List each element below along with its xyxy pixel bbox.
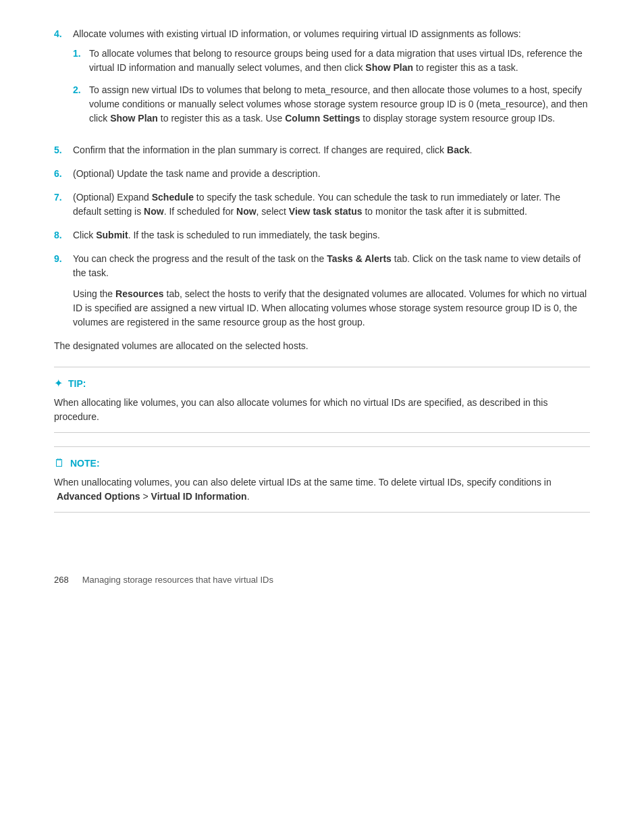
show-plan-bold-1: Show Plan: [365, 62, 413, 73]
note-header: 🗒 NOTE:: [54, 455, 590, 471]
column-settings-bold: Column Settings: [285, 113, 360, 124]
item-content-8: Click Submit. If the task is scheduled t…: [73, 228, 590, 242]
item-text-6: (Optional) Update the task name and prov…: [73, 168, 321, 179]
item-content-6: (Optional) Update the task name and prov…: [73, 167, 590, 181]
note-box: 🗒 NOTE: When unallocating volumes, you c…: [54, 446, 590, 513]
item-number-8: 8.: [54, 228, 73, 242]
note-icon: 🗒: [54, 455, 65, 471]
tip-box: ✦ TIP: When allocating like volumes, you…: [54, 367, 590, 433]
main-numbered-list: 4. Allocate volumes with existing virtua…: [54, 27, 590, 330]
note-label: NOTE:: [70, 457, 100, 471]
item-content-4: Allocate volumes with existing virtual I…: [73, 27, 590, 134]
item-number-7: 7.: [54, 190, 73, 205]
list-item-9: 9. You can check the progress and the re…: [54, 252, 590, 330]
sub-list-4: 1. To allocate volumes that belong to re…: [73, 47, 590, 126]
schedule-bold: Schedule: [152, 192, 194, 203]
sub-item-content-4-1: To allocate volumes that belong to resou…: [89, 47, 590, 75]
back-bold: Back: [447, 145, 469, 155]
sub-item-content-4-2: To assign new virtual IDs to volumes tha…: [89, 83, 590, 126]
note-content: When unallocating volumes, you can also …: [54, 475, 590, 504]
content-area: 4. Allocate volumes with existing virtua…: [54, 27, 590, 513]
item-content-9: You can check the progress and the resul…: [73, 252, 590, 330]
now-bold-2: Now: [236, 206, 257, 217]
list-item-8: 8. Click Submit. If the task is schedule…: [54, 228, 590, 242]
advanced-options-bold: Advanced Options: [57, 491, 140, 502]
list-item-4: 4. Allocate volumes with existing virtua…: [54, 27, 590, 134]
tip-content: When allocating like volumes, you can al…: [54, 396, 590, 424]
item-content-5: Confirm that the information in the plan…: [73, 143, 590, 157]
tip-label: TIP:: [68, 377, 86, 391]
sub-list-item-4-1: 1. To allocate volumes that belong to re…: [73, 47, 590, 75]
resources-bold: Resources: [115, 288, 164, 299]
sub-list-item-4-2: 2. To assign new virtual IDs to volumes …: [73, 83, 590, 126]
item-text-4: Allocate volumes with existing virtual I…: [73, 28, 521, 39]
tasks-alerts-bold: Tasks & Alerts: [327, 253, 392, 264]
item-9-extra-paragraph: Using the Resources tab, select the host…: [73, 287, 590, 330]
list-item-5: 5. Confirm that the information in the p…: [54, 143, 590, 157]
now-bold-1: Now: [144, 206, 164, 217]
footer-text: Managing storage resources that have vir…: [82, 573, 273, 587]
item-number-9: 9.: [54, 252, 73, 266]
sub-item-number-4-1: 1.: [73, 47, 89, 61]
closing-text: The designated volumes are allocated on …: [54, 339, 590, 353]
item-number-6: 6.: [54, 167, 73, 181]
view-task-status-bold: View task status: [289, 206, 363, 217]
page-footer: 268 Managing storage resources that have…: [54, 567, 590, 587]
item-number-5: 5.: [54, 143, 73, 157]
page: 4. Allocate volumes with existing virtua…: [0, 0, 644, 834]
submit-bold: Submit: [96, 230, 128, 240]
virtual-id-information-bold: Virtual ID Information: [151, 491, 247, 502]
tip-icon: ✦: [54, 375, 63, 392]
sub-item-number-4-2: 2.: [73, 83, 89, 97]
item-number-4: 4.: [54, 27, 73, 41]
list-item-7: 7. (Optional) Expand Schedule to specify…: [54, 190, 590, 219]
show-plan-bold-2: Show Plan: [110, 113, 158, 124]
item-content-7: (Optional) Expand Schedule to specify th…: [73, 190, 590, 219]
tip-header: ✦ TIP:: [54, 375, 590, 392]
page-number: 268: [54, 573, 69, 587]
list-item-6: 6. (Optional) Update the task name and p…: [54, 167, 590, 181]
